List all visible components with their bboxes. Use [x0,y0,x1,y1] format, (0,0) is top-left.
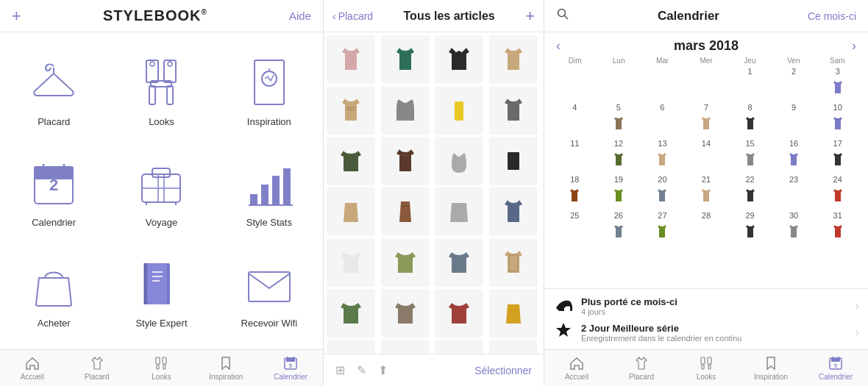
day-number: 25 [568,211,581,220]
calendar-day[interactable]: 14 [685,138,728,174]
calendar-day[interactable]: 2 [772,66,816,101]
calendar-day[interactable]: 19 [597,174,641,210]
clothing-item[interactable] [381,137,430,185]
clothing-item[interactable] [489,86,538,135]
calendar-day[interactable]: 5 [597,102,641,137]
clothing-item[interactable] [381,340,430,354]
help-button[interactable]: Aide [289,10,311,22]
clothing-item[interactable] [489,137,538,185]
clothing-item[interactable] [327,86,375,135]
calendar-day[interactable]: 3 [816,66,859,101]
add-button[interactable]: + [12,7,21,26]
nav-accueil[interactable]: Accueil [0,350,65,386]
add-article-button[interactable]: + [525,7,535,26]
clothing-item[interactable] [489,35,538,84]
calendar-day[interactable]: 29 [728,210,772,246]
select-button[interactable]: Sélectionner [474,365,532,376]
calendar-day[interactable]: 1 [728,66,772,101]
grid-item-placard[interactable]: Placard [0,40,107,140]
clothing-item[interactable] [489,340,538,354]
calendar-day[interactable]: 24 [816,174,859,210]
clothing-item[interactable] [435,289,483,337]
clothing-item[interactable] [435,187,483,236]
footer-icons: ⊞ ✎ ⬆ [335,363,388,377]
calendar-day[interactable]: 16 [772,138,816,174]
calendar-day[interactable]: 28 [685,210,728,246]
r-nav-looks[interactable]: Looks [674,350,739,386]
clothing-item[interactable] [327,35,375,84]
clothing-item[interactable] [381,187,430,236]
prev-month-button[interactable]: ‹ [556,38,561,54]
nav-inspiration[interactable]: Inspiration [193,350,258,386]
calendar-day[interactable]: 26 [597,210,641,246]
clothing-item[interactable] [435,340,483,354]
grid-item-style-stats[interactable]: Style Stats [216,140,323,241]
clothing-item[interactable] [381,35,430,84]
calendar-day[interactable]: 6 [641,102,684,137]
calendar-day[interactable]: 21 [685,174,728,210]
calendar-day[interactable]: 13 [641,138,684,174]
stat-row-star[interactable]: 2 Jour Meilleure série Enregistrement da… [553,321,859,343]
grid-item-style-expert[interactable]: Style Expert [107,241,215,342]
back-button[interactable]: ‹ Placard [332,10,373,22]
search-button[interactable] [556,7,569,24]
svg-point-50 [558,10,566,17]
calendar-day[interactable]: 17 [816,138,859,174]
clothing-item[interactable] [381,238,430,287]
calendar-day[interactable]: 25 [553,210,597,246]
clothing-item[interactable] [381,86,430,135]
clothing-item[interactable] [435,86,483,135]
calendar-day[interactable]: 10 [816,102,859,137]
clothing-item[interactable] [327,289,375,337]
r-nav-calendrier[interactable]: 5 Calendrier [803,350,868,386]
calendar-day[interactable]: 7 [685,102,728,137]
calendar-day[interactable]: 9 [772,102,816,137]
calendar-day[interactable]: 18 [553,174,597,210]
stat-row-heel[interactable]: Plus porté ce mois-ci 4 jours › [553,295,859,317]
clothing-item[interactable] [327,187,375,236]
nav-placard[interactable]: Placard [65,350,129,386]
calendar-day[interactable]: 20 [641,174,684,210]
grid-view-icon[interactable]: ⊞ [335,363,345,377]
r-nav-calendrier-label: Calendrier [819,373,853,381]
clothing-item[interactable] [381,289,430,337]
calendar-day[interactable]: 22 [728,174,772,210]
clothing-item[interactable] [435,137,483,185]
share-icon[interactable]: ⬆ [378,363,388,377]
r-nav-accueil[interactable]: Accueil [544,350,609,386]
calendar-day[interactable]: 31 [816,210,859,246]
grid-item-voyage[interactable]: Voyage [107,140,215,241]
calendar-day[interactable]: 11 [553,138,597,174]
ce-mois-ci-link[interactable]: Ce mois-ci [808,10,856,22]
clothing-item[interactable] [435,238,483,287]
grid-item-acheter[interactable]: Acheter [0,241,107,342]
grid-item-inspiration[interactable]: Inspiration [216,40,323,140]
nav-accueil-label: Accueil [21,373,44,381]
grid-item-looks[interactable]: Looks [107,40,215,140]
clothing-item[interactable] [435,35,483,84]
nav-looks[interactable]: Looks [129,350,194,386]
nav-calendrier[interactable]: 5 Calendrier [258,350,323,386]
r-nav-placard[interactable]: Placard [609,350,674,386]
calendar-day[interactable]: 12 [597,138,641,174]
calendar-day[interactable]: 15 [728,138,772,174]
calendar-day[interactable]: 8 [728,102,772,137]
clothing-item[interactable] [327,238,375,287]
r-nav-inspiration[interactable]: Inspiration [739,350,803,386]
bottom-stats: Plus porté ce mois-ci 4 jours › 2 Jour M… [544,288,868,349]
grid-item-calendrier[interactable]: 2 Calendrier [0,140,107,241]
calendar-day[interactable]: 23 [772,174,816,210]
edit-icon[interactable]: ✎ [357,363,366,377]
clothing-item[interactable] [327,340,375,354]
book-icon [132,254,191,313]
next-month-button[interactable]: › [852,38,856,54]
clothing-item[interactable] [489,187,538,236]
calendar-day[interactable]: 4 [553,102,597,137]
grid-item-recevoir-wifi[interactable]: Recevoir Wifi [216,241,323,342]
calendar-day[interactable]: 30 [772,210,816,246]
clothing-item[interactable] [489,289,538,337]
svg-marker-53 [556,323,571,337]
clothing-item[interactable] [327,137,375,185]
calendar-day[interactable]: 27 [641,210,684,246]
clothing-item[interactable] [489,238,538,287]
